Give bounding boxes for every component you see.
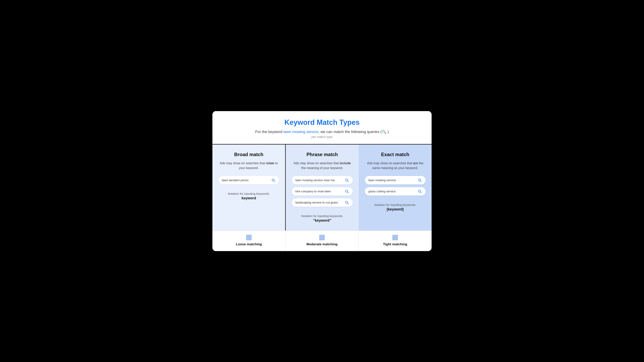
exact-notation-value: [keyword] [374,207,416,211]
page-title: Keyword Match Types [220,118,424,127]
keyword-link: lawn mowing service [283,130,318,134]
search-icon [345,178,349,182]
columns-wrapper: Broad match Ads may show on searches tha… [212,144,432,231]
phrase-notation: Notation for inputting keywords: “keywor… [301,214,343,223]
per-match-label: per match type [220,135,424,139]
svg-line-11 [420,192,422,193]
svg-line-9 [420,181,422,182]
search-icon [271,178,276,182]
search-icon [418,189,422,194]
search-icon [345,200,349,205]
phrase-bottom-label: Moderate matching [306,242,338,246]
broad-query-text-1: lawn aeration prices [222,178,271,182]
bottom-exact: Tight matching [359,231,432,251]
phrase-indicator [319,235,325,240]
phrase-query-text-3: landscaping service to cut grass [295,201,344,204]
svg-point-6 [346,201,348,203]
phrase-notation-value: “keyword” [301,218,343,223]
exact-query-text-2: grass cutting service [368,190,418,193]
exact-indicator [392,235,398,240]
svg-point-0 [272,179,274,181]
header: Keyword Match Types For the keyword lawn… [212,111,432,144]
exact-desc: Ads may show on searches that are the sa… [365,161,426,170]
bottom-phrase: Moderate matching [286,231,359,251]
search-icon [345,189,349,194]
svg-line-1 [274,181,275,182]
col-broad: Broad match Ads may show on searches tha… [212,145,286,231]
exact-title: Exact match [381,152,409,157]
col-phrase: Phrase match Ads may show on searches th… [286,145,359,231]
bottom-bar: Loose matching Moderate matching Tight m… [212,231,432,251]
svg-point-8 [418,179,421,181]
broad-notation-label: Notation for inputting keywords: [228,192,270,195]
phrase-desc: Ads may show on searches that include th… [292,161,352,170]
exact-query-2: grass cutting service [365,187,426,196]
broad-indicator [246,235,252,240]
broad-bottom-label: Loose matching [236,242,262,246]
svg-point-10 [418,190,421,192]
broad-title: Broad match [234,152,264,157]
svg-line-5 [348,192,348,193]
intro-prefix: For the keyword [255,130,284,134]
phrase-query-text-2: hire company to mow lawn [295,190,344,193]
exact-query-1: lawn mowing service [365,176,426,184]
phrase-query-3: landscaping service to cut grass [292,198,352,207]
intro-suffix: , we can match the following queries ( [318,130,382,134]
svg-line-7 [348,203,348,204]
phrase-query-text-1: lawn mowing service near me [295,178,344,182]
exact-notation: Notation for inputting keywords: [keywor… [374,203,416,211]
bottom-broad: Loose matching [212,231,286,251]
svg-point-4 [346,190,348,192]
phrase-notation-label: Notation for inputting keywords: [301,214,343,218]
exact-bottom-label: Tight matching [383,242,407,246]
broad-notation: Notation for inputting keywords: keyword [228,192,270,200]
svg-line-3 [348,181,348,182]
exact-notation-label: Notation for inputting keywords: [374,203,416,207]
intro-text: For the keyword lawn mowing service, we … [220,129,424,134]
search-icon-inline: 🔍 [382,130,386,134]
phrase-query-2: hire company to mow lawn [292,187,352,196]
phrase-title: Phrase match [306,152,338,157]
intro-suffix2: ) [386,130,389,134]
search-icon [418,178,422,182]
main-card: Keyword Match Types For the keyword lawn… [212,111,432,251]
broad-notation-value: keyword [228,196,270,200]
broad-desc: Ads may show on searches that relate to … [218,161,279,170]
broad-query-1: lawn aeration prices [218,176,279,184]
phrase-query-1: lawn mowing service near me [292,176,352,184]
col-exact: Exact match Ads may show on searches tha… [359,145,432,231]
exact-query-text-1: lawn mowing service [368,178,418,182]
svg-point-2 [346,179,348,181]
